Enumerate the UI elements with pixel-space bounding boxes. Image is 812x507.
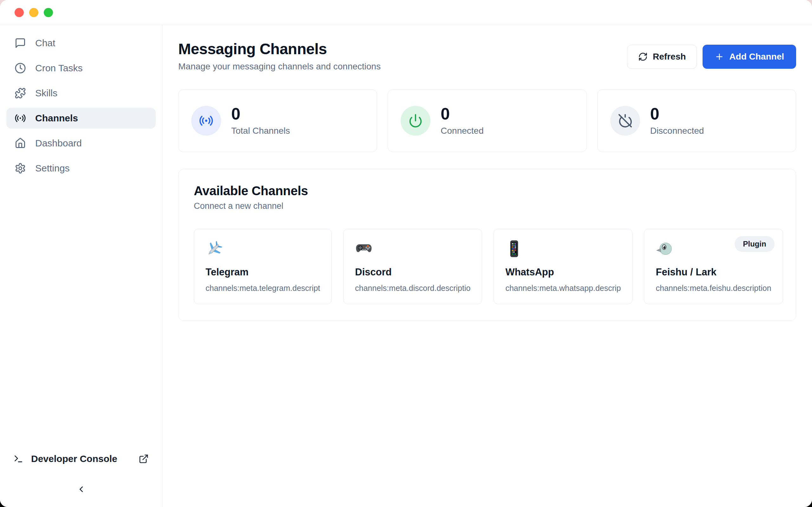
sidebar-item-settings[interactable]: Settings	[6, 158, 156, 179]
minimize-button[interactable]	[29, 8, 38, 17]
home-icon	[14, 137, 26, 149]
channel-name: Discord	[355, 267, 470, 278]
stats-row: 0 Total Channels 0 Connected	[178, 89, 796, 152]
clock-icon	[14, 62, 26, 74]
channel-card-discord[interactable]: Discord channels:meta.discord.descriptio	[343, 229, 482, 304]
bird-emoji	[656, 240, 673, 258]
channel-description: channels:meta.telegram.descript	[206, 284, 320, 293]
collapse-sidebar-button[interactable]	[72, 481, 90, 498]
zoom-button[interactable]	[44, 8, 53, 17]
plus-icon	[715, 52, 724, 61]
close-button[interactable]	[14, 8, 24, 17]
sidebar-item-label: Settings	[35, 163, 69, 174]
page-title: Messaging Channels	[178, 41, 380, 58]
available-channels-panel: Available Channels Connect a new channel	[178, 169, 796, 321]
sidebar-item-label: Channels	[35, 113, 78, 124]
channel-name: WhatsApp	[505, 267, 621, 278]
page-subtitle: Manage your messaging channels and conne…	[178, 61, 380, 72]
refresh-button[interactable]: Refresh	[627, 45, 697, 69]
total-channels-label: Total Channels	[231, 126, 290, 136]
page-header: Messaging Channels Manage your messaging…	[178, 41, 796, 72]
stat-card-connected: 0 Connected	[388, 89, 587, 152]
radio-icon	[14, 112, 26, 124]
stat-card-disconnected: 0 Disconnected	[597, 89, 796, 152]
channel-grid: Telegram channels:meta.telegram.descript	[194, 229, 780, 304]
power-icon	[408, 113, 423, 128]
game-controller-emoji	[355, 240, 373, 258]
radio-icon	[199, 113, 213, 128]
mobile-phone-emoji	[505, 240, 523, 258]
channel-name: Feishu / Lark	[656, 267, 771, 278]
connected-value: 0	[441, 106, 484, 122]
sidebar-item-channels[interactable]: Channels	[6, 108, 156, 129]
refresh-icon	[638, 52, 648, 61]
app-window: Chat Cron Tasks Skills Channels Dashboar…	[0, 0, 812, 507]
chat-icon	[14, 38, 26, 49]
channel-name: Telegram	[206, 267, 320, 278]
disconnected-value: 0	[650, 106, 704, 122]
main-content: Messaging Channels Manage your messaging…	[162, 25, 812, 507]
sidebar-item-label: Cron Tasks	[35, 63, 83, 73]
puzzle-icon	[14, 88, 26, 99]
add-channel-button[interactable]: Add Channel	[703, 45, 796, 69]
sidebar-item-label: Skills	[35, 88, 57, 99]
sidebar-item-skills[interactable]: Skills	[6, 83, 156, 104]
developer-console-link[interactable]: Developer Console	[6, 449, 156, 469]
disconnected-label: Disconnected	[650, 126, 704, 136]
sidebar-item-dashboard[interactable]: Dashboard	[6, 133, 156, 154]
available-channels-subtitle: Connect a new channel	[194, 201, 780, 211]
sidebar-item-label: Chat	[35, 38, 55, 49]
channel-card-whatsapp[interactable]: WhatsApp channels:meta.whatsapp.descrip	[494, 229, 632, 304]
power-off-icon	[618, 113, 632, 128]
terminal-icon	[13, 454, 23, 464]
chevron-left-icon	[77, 485, 86, 494]
titlebar	[0, 0, 812, 25]
channel-card-feishu[interactable]: Plugin Feishu / Lark channels:meta.feish…	[644, 229, 783, 304]
external-link-icon[interactable]	[139, 454, 149, 464]
airplane-emoji	[206, 240, 223, 258]
channel-description: channels:meta.feishu.description	[656, 284, 771, 293]
sidebar-item-chat[interactable]: Chat	[6, 33, 156, 54]
channel-description: channels:meta.discord.descriptio	[355, 284, 470, 293]
sidebar-item-label: Dashboard	[35, 138, 82, 149]
sidebar: Chat Cron Tasks Skills Channels Dashboar…	[0, 25, 162, 507]
stat-card-total-channels: 0 Total Channels	[178, 89, 377, 152]
channel-description: channels:meta.whatsapp.descrip	[505, 284, 621, 293]
total-channels-value: 0	[231, 106, 290, 122]
gear-icon	[14, 163, 26, 174]
plugin-badge: Plugin	[734, 236, 774, 252]
sidebar-item-cron-tasks[interactable]: Cron Tasks	[6, 58, 156, 78]
developer-console-label: Developer Console	[31, 453, 117, 464]
available-channels-title: Available Channels	[194, 184, 780, 198]
channel-card-telegram[interactable]: Telegram channels:meta.telegram.descript	[194, 229, 332, 304]
connected-label: Connected	[441, 126, 484, 136]
